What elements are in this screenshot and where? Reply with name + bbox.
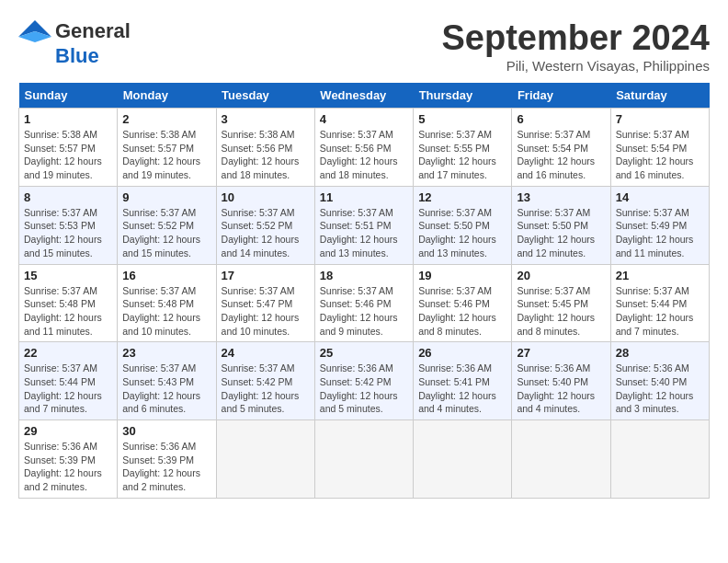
day-number: 29 (24, 424, 112, 438)
table-row (216, 420, 314, 499)
day-detail: Sunrise: 5:37 AM Sunset: 5:50 PM Dayligh… (418, 206, 506, 260)
table-row: 30 Sunrise: 5:36 AM Sunset: 5:39 PM Dayl… (118, 420, 216, 499)
month-title: September 2024 (442, 18, 711, 58)
day-detail: Sunrise: 5:37 AM Sunset: 5:53 PM Dayligh… (24, 206, 112, 260)
day-number: 6 (517, 112, 605, 126)
table-row: 4 Sunrise: 5:37 AM Sunset: 5:56 PM Dayli… (314, 109, 413, 187)
day-number: 8 (24, 190, 112, 204)
table-row (610, 420, 709, 499)
col-saturday: Saturday (610, 83, 709, 109)
day-detail: Sunrise: 5:38 AM Sunset: 5:57 PM Dayligh… (24, 128, 112, 182)
table-row: 12 Sunrise: 5:37 AM Sunset: 5:50 PM Dayl… (414, 186, 512, 264)
col-friday: Friday (512, 83, 610, 109)
table-row: 1 Sunrise: 5:38 AM Sunset: 5:57 PM Dayli… (19, 109, 118, 187)
day-number: 21 (616, 269, 704, 282)
col-thursday: Thursday (414, 83, 512, 109)
table-row: 25 Sunrise: 5:36 AM Sunset: 5:42 PM Dayl… (314, 342, 413, 420)
day-number: 9 (122, 190, 210, 204)
table-row: 3 Sunrise: 5:38 AM Sunset: 5:56 PM Dayli… (216, 109, 314, 187)
table-row: 16 Sunrise: 5:37 AM Sunset: 5:48 PM Dayl… (118, 264, 216, 342)
calendar-week-row: 8 Sunrise: 5:37 AM Sunset: 5:53 PM Dayli… (19, 186, 710, 264)
day-number: 2 (122, 112, 210, 126)
table-row: 27 Sunrise: 5:36 AM Sunset: 5:40 PM Dayl… (512, 342, 610, 420)
day-detail: Sunrise: 5:37 AM Sunset: 5:45 PM Dayligh… (517, 284, 605, 339)
logo-text-general: General (55, 19, 131, 43)
day-detail: Sunrise: 5:37 AM Sunset: 5:47 PM Dayligh… (222, 284, 310, 339)
table-row: 26 Sunrise: 5:36 AM Sunset: 5:41 PM Dayl… (414, 342, 512, 420)
table-row: 11 Sunrise: 5:37 AM Sunset: 5:51 PM Dayl… (314, 186, 413, 264)
table-row: 13 Sunrise: 5:37 AM Sunset: 5:50 PM Dayl… (512, 186, 610, 264)
calendar-week-row: 15 Sunrise: 5:37 AM Sunset: 5:48 PM Dayl… (19, 264, 710, 342)
day-number: 13 (517, 190, 605, 204)
calendar-week-row: 29 Sunrise: 5:36 AM Sunset: 5:39 PM Dayl… (19, 420, 710, 499)
table-row: 6 Sunrise: 5:37 AM Sunset: 5:54 PM Dayli… (512, 109, 610, 187)
day-number: 23 (122, 346, 210, 360)
day-number: 17 (222, 269, 310, 282)
day-detail: Sunrise: 5:37 AM Sunset: 5:48 PM Dayligh… (122, 284, 210, 339)
day-detail: Sunrise: 5:37 AM Sunset: 5:44 PM Dayligh… (24, 362, 112, 416)
day-number: 14 (616, 190, 704, 204)
day-number: 24 (222, 346, 310, 360)
day-detail: Sunrise: 5:38 AM Sunset: 5:57 PM Dayligh… (122, 128, 210, 182)
day-number: 25 (320, 346, 408, 360)
day-number: 4 (320, 112, 408, 126)
table-row: 17 Sunrise: 5:37 AM Sunset: 5:47 PM Dayl… (216, 264, 314, 342)
table-row: 14 Sunrise: 5:37 AM Sunset: 5:49 PM Dayl… (610, 186, 709, 264)
col-monday: Monday (118, 83, 216, 109)
table-row (512, 420, 610, 499)
day-detail: Sunrise: 5:37 AM Sunset: 5:43 PM Dayligh… (122, 362, 210, 416)
day-detail: Sunrise: 5:37 AM Sunset: 5:44 PM Dayligh… (616, 284, 704, 339)
day-detail: Sunrise: 5:36 AM Sunset: 5:42 PM Dayligh… (320, 362, 408, 416)
day-number: 19 (418, 269, 506, 282)
table-row: 15 Sunrise: 5:37 AM Sunset: 5:48 PM Dayl… (19, 264, 118, 342)
day-number: 28 (616, 346, 704, 360)
day-number: 27 (517, 346, 605, 360)
day-detail: Sunrise: 5:37 AM Sunset: 5:54 PM Dayligh… (517, 128, 605, 182)
table-row: 2 Sunrise: 5:38 AM Sunset: 5:57 PM Dayli… (118, 109, 216, 187)
table-row: 24 Sunrise: 5:37 AM Sunset: 5:42 PM Dayl… (216, 342, 314, 420)
table-row: 7 Sunrise: 5:37 AM Sunset: 5:54 PM Dayli… (610, 109, 709, 187)
col-sunday: Sunday (19, 83, 118, 109)
calendar-week-row: 22 Sunrise: 5:37 AM Sunset: 5:44 PM Dayl… (19, 342, 710, 420)
day-detail: Sunrise: 5:37 AM Sunset: 5:49 PM Dayligh… (616, 206, 704, 260)
table-row (314, 420, 413, 499)
day-detail: Sunrise: 5:36 AM Sunset: 5:39 PM Dayligh… (24, 440, 112, 494)
day-number: 11 (320, 190, 408, 204)
day-detail: Sunrise: 5:37 AM Sunset: 5:56 PM Dayligh… (320, 128, 408, 182)
day-detail: Sunrise: 5:37 AM Sunset: 5:48 PM Dayligh… (24, 284, 112, 339)
day-number: 16 (122, 269, 210, 282)
page-header: General Blue September 2024 Pili, Wester… (18, 18, 710, 74)
day-number: 26 (418, 346, 506, 360)
day-detail: Sunrise: 5:37 AM Sunset: 5:52 PM Dayligh… (222, 206, 310, 260)
table-row: 29 Sunrise: 5:36 AM Sunset: 5:39 PM Dayl… (19, 420, 118, 499)
table-row: 10 Sunrise: 5:37 AM Sunset: 5:52 PM Dayl… (216, 186, 314, 264)
day-number: 5 (418, 112, 506, 126)
calendar-table: Sunday Monday Tuesday Wednesday Thursday… (18, 83, 710, 499)
table-row: 28 Sunrise: 5:36 AM Sunset: 5:40 PM Dayl… (610, 342, 709, 420)
table-row (414, 420, 512, 499)
day-detail: Sunrise: 5:37 AM Sunset: 5:54 PM Dayligh… (616, 128, 704, 182)
table-row: 8 Sunrise: 5:37 AM Sunset: 5:53 PM Dayli… (19, 186, 118, 264)
day-number: 3 (222, 112, 310, 126)
col-wednesday: Wednesday (314, 83, 413, 109)
table-row: 23 Sunrise: 5:37 AM Sunset: 5:43 PM Dayl… (118, 342, 216, 420)
calendar-title-area: September 2024 Pili, Western Visayas, Ph… (442, 18, 711, 74)
day-number: 22 (24, 346, 112, 360)
day-detail: Sunrise: 5:37 AM Sunset: 5:50 PM Dayligh… (517, 206, 605, 260)
table-row: 5 Sunrise: 5:37 AM Sunset: 5:55 PM Dayli… (414, 109, 512, 187)
logo-icon (18, 18, 51, 44)
day-number: 18 (320, 269, 408, 282)
day-number: 7 (616, 112, 704, 126)
day-detail: Sunrise: 5:37 AM Sunset: 5:51 PM Dayligh… (320, 206, 408, 260)
table-row: 18 Sunrise: 5:37 AM Sunset: 5:46 PM Dayl… (314, 264, 413, 342)
day-detail: Sunrise: 5:38 AM Sunset: 5:56 PM Dayligh… (222, 128, 310, 182)
day-number: 1 (24, 112, 112, 126)
day-detail: Sunrise: 5:36 AM Sunset: 5:40 PM Dayligh… (616, 362, 704, 416)
day-detail: Sunrise: 5:36 AM Sunset: 5:41 PM Dayligh… (418, 362, 506, 416)
col-tuesday: Tuesday (216, 83, 314, 109)
day-detail: Sunrise: 5:37 AM Sunset: 5:52 PM Dayligh… (122, 206, 210, 260)
day-number: 30 (122, 424, 210, 438)
table-row: 19 Sunrise: 5:37 AM Sunset: 5:46 PM Dayl… (414, 264, 512, 342)
table-row: 21 Sunrise: 5:37 AM Sunset: 5:44 PM Dayl… (610, 264, 709, 342)
day-number: 12 (418, 190, 506, 204)
